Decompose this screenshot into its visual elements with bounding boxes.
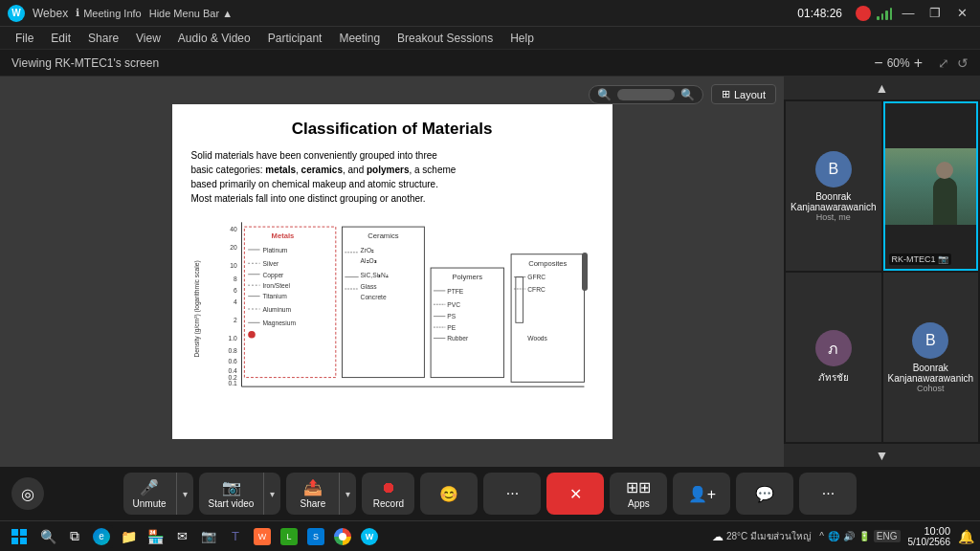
share-button[interactable]: 📤 Share <box>286 473 339 515</box>
svg-text:0.1: 0.1 <box>228 380 237 386</box>
menu-help[interactable]: Help <box>502 30 542 47</box>
participant-sub: Host, me <box>816 212 851 222</box>
title-bar-left: W Webex ℹ Meeting Info Hide Menu Bar ▲ <box>8 5 797 22</box>
hide-menu-button[interactable]: Hide Menu Bar ▲ <box>149 8 233 19</box>
chat-icon: 💬 <box>755 485 774 503</box>
participant-name: Boonrak Kanjanawarawanich <box>786 191 881 212</box>
restore-button[interactable]: ❐ <box>924 3 946 24</box>
start-video-button[interactable]: 📷 Start video <box>199 473 264 515</box>
signal-icon <box>877 7 892 20</box>
video-dropdown-button[interactable]: ▾ <box>263 473 280 515</box>
app-name: Webex <box>33 7 68 20</box>
share-dropdown-button[interactable]: ▾ <box>339 473 356 515</box>
task-view-icon: ⧉ <box>70 528 79 544</box>
end-call-button[interactable]: ✕ <box>546 473 604 515</box>
svg-rect-43 <box>431 268 503 378</box>
menu-audio-video[interactable]: Audio & Video <box>170 30 258 47</box>
svg-point-32 <box>248 331 256 339</box>
svg-text:Ceramics: Ceramics <box>368 231 398 240</box>
notification-bell[interactable]: 🔔 <box>958 529 974 544</box>
panel-divider[interactable] <box>582 253 588 291</box>
menu-file[interactable]: File <box>8 30 41 47</box>
svg-text:Metals: Metals <box>271 231 294 240</box>
svg-text:SiC,Si₃N₄: SiC,Si₃N₄ <box>360 272 388 278</box>
minimize-button[interactable]: — <box>898 3 919 24</box>
meeting-info-button[interactable]: ℹ Meeting Info <box>76 7 142 19</box>
unmute-dropdown-button[interactable]: ▾ <box>176 473 193 515</box>
fit-icon[interactable]: ⤢ <box>938 55 949 71</box>
apps-button[interactable]: ⊞⊞ Apps <box>610 473 667 515</box>
weather-text[interactable]: 28°C มีเมฆส่วนใหญ่ <box>726 529 812 543</box>
camera-taskbar-icon[interactable]: 📷 <box>197 525 220 548</box>
mail-icon[interactable]: ✉ <box>170 525 193 548</box>
menu-view[interactable]: View <box>128 30 168 47</box>
participants-grid: B Boonrak Kanjanawarawanich Host, me RK-… <box>784 99 980 444</box>
search-bar[interactable]: 🔍 🔍 <box>589 85 703 104</box>
refresh-icon[interactable]: ↺ <box>957 55 969 71</box>
participants-panel: ▲ B Boonrak Kanjanawarawanich Host, me <box>784 77 980 467</box>
webex-logo-icon: W <box>8 5 25 22</box>
teams-icon[interactable]: T <box>224 525 247 548</box>
more-right-icon: ··· <box>822 485 835 502</box>
svg-text:0.4: 0.4 <box>228 367 237 374</box>
menu-participant[interactable]: Participant <box>260 30 330 47</box>
taskbar-time-value: 10:00 <box>908 525 951 537</box>
start-video-button-group: 📷 Start video ▾ <box>199 473 281 515</box>
close-button[interactable]: ✕ <box>951 3 972 24</box>
menu-share[interactable]: Share <box>80 30 126 47</box>
avatar: B <box>912 322 948 359</box>
menu-breakout[interactable]: Breakout Sessions <box>390 30 501 47</box>
tile-label: RK-MTEC1 📷 <box>889 253 952 265</box>
unmute-button[interactable]: 🎤 Unmute <box>123 473 176 515</box>
avatar: ภ <box>815 330 852 366</box>
svg-text:Density (g/cm³) (logarithmic s: Density (g/cm³) (logarithmic scale) <box>192 260 200 357</box>
start-button[interactable] <box>6 523 33 550</box>
reactions-button[interactable]: 😊 <box>420 473 478 515</box>
svg-text:2: 2 <box>234 317 237 323</box>
viewing-label: Viewing RK-MTEC1's screen <box>11 56 159 70</box>
zoom-out-button[interactable]: − <box>874 55 882 71</box>
chat-button[interactable]: 💬 <box>736 473 793 515</box>
menu-meeting[interactable]: Meeting <box>331 30 388 47</box>
explorer-icon[interactable]: 📁 <box>117 525 140 548</box>
svg-rect-33 <box>342 227 424 378</box>
more-right-button[interactable]: ··· <box>799 473 857 515</box>
chevron-up-tray[interactable]: ^ <box>819 531 824 541</box>
title-bar-right: 01:48:26 — ❐ ✕ <box>797 3 972 24</box>
app-icon-1[interactable]: W <box>251 525 274 548</box>
task-view-button[interactable]: ⧉ <box>63 525 86 548</box>
taskbar-clock[interactable]: 10:00 5/10/2566 <box>908 525 951 547</box>
scroll-down-button[interactable]: ▼ <box>784 444 980 467</box>
notification-area: ☁ 28°C มีเมฆส่วนใหญ่ <box>712 529 812 543</box>
more-options-button[interactable]: ··· <box>483 473 541 515</box>
zoom-in-button[interactable]: + <box>914 55 923 71</box>
webex-taskbar-icon[interactable]: W <box>358 525 381 548</box>
svg-rect-63 <box>11 529 18 536</box>
svg-text:PS: PS <box>447 314 456 320</box>
svg-text:4: 4 <box>234 298 237 305</box>
video-icon: 📷 <box>222 478 241 496</box>
app-icon-2[interactable]: L <box>278 525 301 548</box>
app-icon-3[interactable]: S <box>304 525 327 548</box>
system-tray: ^ 🌐 🔊 🔋 ENG <box>819 530 900 542</box>
layout-button[interactable]: ⊞ Layout <box>711 84 776 104</box>
search-taskbar-button[interactable]: 🔍 <box>36 525 59 548</box>
volume-icon[interactable]: 🔊 <box>843 531 855 541</box>
battery-icon: 🔋 <box>858 531 870 541</box>
svg-text:Woods: Woods <box>527 335 547 342</box>
meeting-time: 01:48:26 <box>797 7 842 20</box>
edge-icon[interactable]: e <box>90 525 113 548</box>
store-icon[interactable]: 🏪 <box>144 525 167 548</box>
weather-icon[interactable]: ☁ <box>712 530 724 543</box>
svg-text:CFRC: CFRC <box>527 286 546 293</box>
avatar: B <box>815 151 852 187</box>
self-view-button[interactable]: ◎ <box>11 477 44 510</box>
lang-indicator[interactable]: ENG <box>874 530 901 542</box>
svg-text:6: 6 <box>234 287 237 294</box>
chrome-icon[interactable] <box>331 525 354 548</box>
slide-chart: Density (g/cm³) (logarithmic scale) 40 2… <box>191 213 593 405</box>
scroll-up-button[interactable]: ▲ <box>784 77 980 99</box>
menu-edit[interactable]: Edit <box>43 30 78 47</box>
record-button[interactable]: ⏺ Record <box>362 474 414 515</box>
participants-panel-button[interactable]: 👤+ <box>673 473 730 515</box>
